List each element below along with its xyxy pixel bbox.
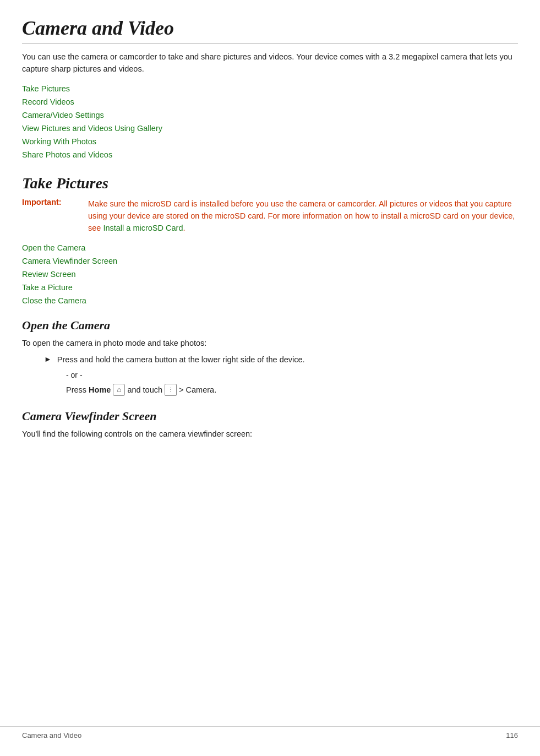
toc-link-review-screen[interactable]: Review Screen xyxy=(22,270,518,279)
home-text: Home xyxy=(89,384,111,396)
install-microsd-link[interactable]: Install a microSD Card xyxy=(103,224,183,232)
important-text: Make sure the microSD card is installed … xyxy=(88,198,518,235)
toc-link-viewfinder-screen[interactable]: Camera Viewfinder Screen xyxy=(22,257,518,265)
toc-link-close-camera[interactable]: Close the Camera xyxy=(22,296,518,305)
page-title: Camera and Video xyxy=(22,17,518,40)
toc-link-working-with-photos[interactable]: Working With Photos xyxy=(22,137,518,146)
important-label: Important: xyxy=(22,198,88,235)
footer-left: Camera and Video xyxy=(22,731,81,739)
subsection-title-viewfinder-screen: Camera Viewfinder Screen xyxy=(22,409,518,423)
toc-link-take-picture[interactable]: Take a Picture xyxy=(22,283,518,292)
section-title-take-pictures: Take Pictures xyxy=(22,175,518,192)
grid-icon: ⋮ xyxy=(165,384,177,396)
bullet-arrow-icon: ► xyxy=(44,355,52,363)
toc-link-share-photos[interactable]: Share Photos and Videos xyxy=(22,150,518,159)
camera-end-text: > Camera. xyxy=(179,384,216,396)
open-camera-intro: To open the camera in photo mode and tak… xyxy=(22,337,518,349)
press-home-line: Press Home ⌂ and touch ⋮ > Camera. xyxy=(66,384,518,396)
toc-link-record-videos[interactable]: Record Videos xyxy=(22,97,518,106)
or-separator: - or - xyxy=(66,371,518,379)
press-label: Press xyxy=(66,384,86,396)
footer-right: 116 xyxy=(506,731,518,739)
bullet-press-hold: ► Press and hold the camera button at th… xyxy=(44,353,518,366)
toc-link-view-pictures[interactable]: View Pictures and Videos Using Gallery xyxy=(22,124,518,133)
intro-text: You can use the camera or camcorder to t… xyxy=(22,51,518,75)
page-footer: Camera and Video 116 xyxy=(0,726,540,739)
home-icon: ⌂ xyxy=(113,384,125,396)
subsection-title-open-camera: Open the Camera xyxy=(22,318,518,333)
important-block: Important: Make sure the microSD card is… xyxy=(22,198,518,235)
toc-link-take-pictures[interactable]: Take Pictures xyxy=(22,84,518,93)
bullet-text-press-hold: Press and hold the camera button at the … xyxy=(57,353,305,366)
toc-link-open-camera[interactable]: Open the Camera xyxy=(22,243,518,252)
and-touch-text: and touch xyxy=(127,384,162,396)
title-divider xyxy=(22,43,518,43)
toc-link-camera-video-settings[interactable]: Camera/Video Settings xyxy=(22,111,518,119)
viewfinder-screen-intro: You'll find the following controls on th… xyxy=(22,428,518,440)
